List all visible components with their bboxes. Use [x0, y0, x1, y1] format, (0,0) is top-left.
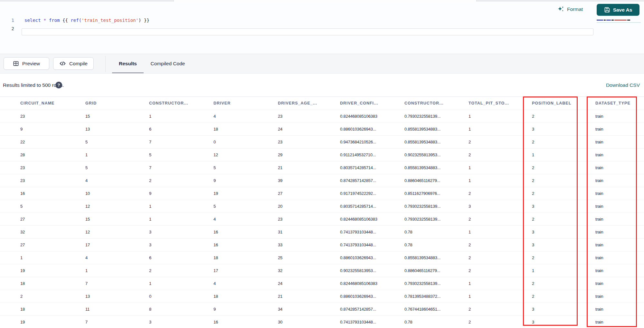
table-cell: 22	[20, 136, 85, 148]
code-token	[141, 18, 144, 23]
tab-results[interactable]: Results	[112, 54, 144, 73]
column-header[interactable]: TOTAL_PIT_STO...	[469, 97, 532, 110]
table-cell: 1	[469, 123, 532, 135]
code-token: }}	[144, 18, 149, 23]
table-cell: 1	[469, 110, 532, 123]
column-header[interactable]: CONSTRUCTOR...	[404, 97, 469, 110]
column-header[interactable]: CONSTRUCTOR...	[149, 97, 213, 110]
table-cell: 0.8860465116279...	[404, 174, 469, 187]
table-cell: train	[595, 239, 644, 251]
table-cell: train	[595, 123, 644, 135]
table-cell: 3	[532, 226, 595, 238]
table-cell: 4	[213, 110, 278, 123]
ide-root: Format Save As 1 select * from {{ ref('t…	[0, 0, 644, 328]
code-token	[46, 18, 49, 23]
table-row: 913618240.8860103626943...0.855813953488…	[0, 123, 644, 136]
table-cell: 4	[85, 174, 149, 187]
compile-label: Compile	[69, 61, 88, 67]
table-cell: 33	[278, 239, 340, 251]
column-header[interactable]: POSITION_LABEL	[532, 97, 595, 110]
table-cell: 0.8742857142857...	[340, 303, 404, 315]
table-cell: 21	[278, 290, 340, 303]
table-cell: 1	[469, 290, 532, 303]
column-header[interactable]: DRIVER	[213, 97, 278, 110]
table-cell: 12	[85, 226, 149, 238]
table-cell: 1	[469, 161, 532, 174]
table-cell: 7	[149, 161, 213, 174]
table-row: 23575210.8035714285714...0.8558139534883…	[0, 161, 644, 174]
table-cell: 1	[532, 149, 595, 161]
table-cell: train	[595, 251, 644, 264]
table-cell: 16	[20, 187, 85, 200]
table-cell: train	[595, 213, 644, 225]
table-cell: 0.9473684210526...	[340, 136, 404, 148]
table-cell: 3	[149, 239, 213, 251]
code-line-1[interactable]: 1 select * from {{ ref('train_test_posit…	[0, 16, 596, 24]
code-area[interactable]: 1 select * from {{ ref('train_test_posit…	[0, 16, 596, 33]
table-row: 14618250.8860103626943...0.8558139534883…	[0, 251, 644, 264]
table-cell: 1	[532, 264, 595, 277]
column-header[interactable]: DATASET_TYPE	[595, 97, 644, 110]
table-cell: 23	[278, 136, 340, 148]
results-table: CIRCUIT_NAMEGRIDCONSTRUCTOR...DRIVERDRIV…	[0, 96, 644, 328]
code-line-2[interactable]: 2	[0, 24, 596, 33]
table-cell: 0.8558139534883...	[404, 136, 469, 148]
line-number: 1	[0, 16, 14, 24]
table-cell: 2	[532, 290, 595, 303]
table-row: 281512290.9112149532710...0.902325581395…	[0, 149, 644, 161]
table-cell: 0.9023255813953...	[404, 149, 469, 161]
table-cell: 16	[213, 226, 278, 238]
table-cell: 18	[213, 251, 278, 264]
table-cell: train	[595, 226, 644, 238]
table-cell: 0.8035714285714...	[340, 161, 404, 174]
download-csv-link[interactable]: Download CSV	[606, 74, 640, 96]
table-cell: 3	[532, 123, 595, 135]
column-header[interactable]: GRID	[85, 97, 149, 110]
table-cell: 0.7813953488372...	[404, 290, 469, 303]
compile-button[interactable]: Compile	[53, 57, 94, 70]
table-cell: train	[595, 136, 644, 148]
code-token	[60, 18, 62, 23]
preview-button[interactable]: Preview	[4, 57, 49, 70]
column-header[interactable]: DRIVER_CONFI...	[340, 97, 404, 110]
table-header-row: CIRCUIT_NAMEGRIDCONSTRUCTOR...DRIVERDRIV…	[0, 97, 644, 110]
code-token: 'train_test_position'	[81, 18, 138, 23]
table-cell: train	[595, 149, 644, 161]
tab-results-label: Results	[119, 61, 137, 67]
table-cell: 23	[20, 110, 85, 123]
table-cell: 2	[532, 187, 595, 200]
table-cell: 13	[85, 290, 149, 303]
column-header[interactable]: CIRCUIT_NAME	[20, 97, 85, 110]
table-cell: 0.8035714285714...	[340, 200, 404, 213]
sql-editor[interactable]: Format Save As 1 select * from {{ ref('t…	[0, 2, 644, 54]
sparkles-icon	[557, 6, 564, 13]
format-button[interactable]: Format	[557, 5, 583, 14]
table-cell: 23	[20, 174, 85, 187]
code-minimap[interactable]	[597, 20, 641, 23]
code-token: ref(	[71, 18, 81, 23]
table-cell: 2	[149, 264, 213, 277]
table-cell: 0.8558139534883...	[404, 123, 469, 135]
column-header[interactable]: DRIVERS_AGE_...	[278, 97, 340, 110]
tab-compiled-code-label: Compiled Code	[151, 61, 185, 67]
table-cell: 3	[532, 239, 595, 251]
table-cell: 13	[85, 123, 149, 135]
table-cell: 4	[85, 251, 149, 264]
save-as-button[interactable]: Save As	[597, 4, 639, 16]
table-cell: 3	[469, 200, 532, 213]
minimap-viewport	[597, 22, 641, 23]
table-cell: 9	[149, 187, 213, 200]
help-icon[interactable]: ?	[55, 82, 62, 88]
results-toolbar: Preview Compile Results Compiled Code	[0, 54, 644, 74]
tab-compiled-code[interactable]: Compiled Code	[147, 54, 189, 73]
table-cell: 15	[85, 213, 149, 225]
table-cell: 16	[213, 316, 278, 328]
table-cell: 2	[532, 161, 595, 174]
table-cell: train	[595, 277, 644, 290]
table-cell: 21	[278, 161, 340, 174]
table-cell: 24	[278, 277, 340, 290]
table-cell: 10	[85, 187, 149, 200]
table-cell: 7	[85, 277, 149, 290]
table-cell: 5	[20, 200, 85, 213]
table-row: 23429390.8742857142857...0.8860465116279…	[0, 174, 644, 187]
